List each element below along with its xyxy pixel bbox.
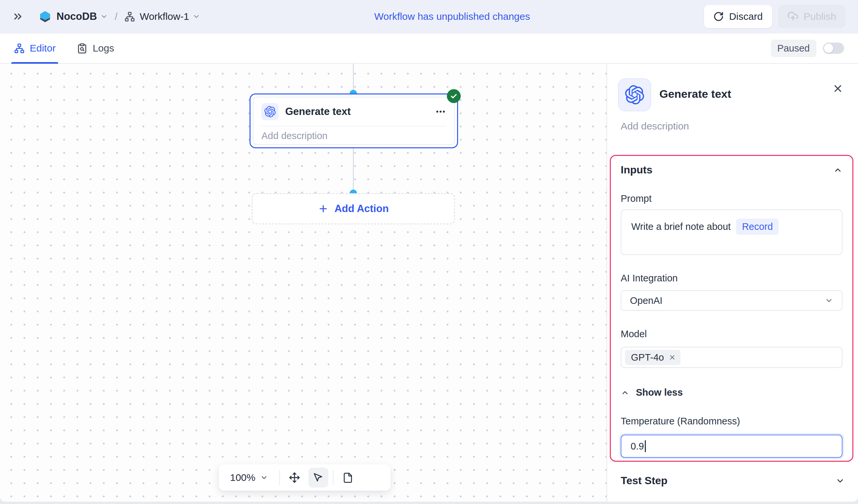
app-window: NocoDB / Workflow-1 Workflow has unpubli…	[0, 0, 858, 502]
inputs-section-header[interactable]: Inputs	[621, 164, 842, 176]
close-icon	[832, 83, 843, 94]
node-generate-text[interactable]: Generate text Add description	[250, 94, 458, 148]
panel-description-placeholder[interactable]: Add description	[621, 120, 689, 132]
discard-label: Discard	[729, 11, 763, 22]
refresh-icon	[713, 11, 724, 22]
nocodb-logo-icon	[39, 11, 51, 23]
prompt-text: Write a brief note about	[631, 221, 731, 232]
chevron-down-icon[interactable]	[192, 13, 200, 20]
inputs-section: Inputs Prompt Write a brief note aboutRe…	[610, 155, 853, 462]
node-description-placeholder[interactable]: Add description	[254, 127, 454, 141]
tab-logs[interactable]: Logs	[77, 33, 114, 63]
unpublished-changes-status: Workflow has unpublished changes	[200, 11, 704, 22]
model-chip: GPT-4o	[625, 350, 681, 365]
move-icon	[289, 472, 300, 483]
chevron-down-icon[interactable]	[100, 13, 108, 20]
toolbar-divider	[333, 470, 333, 485]
chevrons-right-icon	[12, 11, 24, 22]
node-title: Generate text	[285, 106, 351, 118]
toolbar-divider	[279, 470, 280, 485]
workflow-icon	[124, 11, 135, 22]
chevron-down-icon	[260, 474, 268, 482]
chevron-down-icon	[836, 476, 845, 486]
publish-label: Publish	[804, 11, 836, 22]
show-less-button[interactable]: Show less	[621, 387, 842, 398]
chevron-up-icon	[621, 388, 629, 397]
mouse-pointer-icon	[313, 472, 324, 483]
collapse-sidebar-button[interactable]	[10, 9, 26, 25]
select-tool-button[interactable]	[308, 468, 328, 487]
ai-integration-label: AI Integration	[621, 273, 842, 284]
record-field-chip[interactable]: Record	[736, 218, 779, 235]
temperature-label: Temperature (Randomness)	[621, 416, 842, 427]
paused-toggle[interactable]	[823, 43, 844, 54]
tab-editor-label: Editor	[30, 43, 55, 54]
test-step-section-header[interactable]: Test Step	[621, 475, 845, 487]
test-step-title: Test Step	[621, 475, 668, 487]
model-label: Model	[621, 329, 842, 340]
main-area: Generate text Add description Add Action…	[0, 64, 858, 502]
chevron-down-icon	[825, 296, 833, 305]
ai-integration-value: OpenAI	[630, 295, 662, 306]
topbar: NocoDB / Workflow-1 Workflow has unpubli…	[0, 0, 858, 33]
breadcrumb-app-name[interactable]: NocoDB	[57, 11, 97, 22]
discard-button[interactable]: Discard	[704, 5, 772, 28]
model-select[interactable]: GPT-4o	[621, 347, 842, 368]
openai-icon	[618, 78, 651, 111]
pan-tool-button[interactable]	[285, 468, 304, 487]
ellipsis-menu-icon[interactable]	[435, 106, 446, 117]
pause-controls: Paused	[771, 39, 844, 57]
toggle-knob	[824, 44, 833, 53]
notes-tool-button[interactable]	[338, 468, 358, 487]
plus-icon	[318, 204, 329, 214]
workflow-canvas[interactable]: Generate text Add description Add Action…	[0, 64, 607, 502]
zoom-level-dropdown[interactable]: 100%	[221, 472, 276, 483]
model-chip-label: GPT-4o	[631, 352, 664, 363]
paused-label: Paused	[771, 39, 816, 57]
connector-line	[353, 64, 354, 94]
temperature-value: 0.9	[631, 441, 644, 452]
tab-editor[interactable]: Editor	[14, 33, 55, 63]
sitemap-icon	[14, 43, 25, 54]
breadcrumb: NocoDB / Workflow-1	[10, 9, 200, 25]
remove-model-icon[interactable]	[669, 354, 676, 361]
canvas-toolbar: 100%	[219, 465, 391, 491]
add-action-button[interactable]: Add Action	[252, 193, 455, 224]
cloud-upload-icon	[787, 11, 798, 22]
tab-logs-label: Logs	[93, 43, 114, 54]
publish-button[interactable]: Publish	[778, 5, 845, 28]
prompt-input[interactable]: Write a brief note aboutRecord	[621, 209, 842, 255]
openai-icon	[261, 103, 279, 120]
check-icon	[450, 92, 458, 100]
chevron-up-icon	[833, 165, 842, 175]
node-config-panel: Generate text Add description Inputs Pro…	[607, 64, 858, 502]
inputs-section-title: Inputs	[621, 164, 652, 176]
temperature-input[interactable]: 0.9	[621, 435, 842, 458]
panel-title: Generate text	[660, 87, 731, 100]
ai-integration-select[interactable]: OpenAI	[621, 290, 842, 311]
clipboard-search-icon	[77, 43, 88, 54]
topbar-actions: Discard Publish	[704, 5, 845, 28]
view-tabbar: Editor Logs Paused	[0, 33, 858, 64]
node-success-badge	[447, 89, 461, 103]
file-icon	[343, 472, 353, 483]
add-action-label: Add Action	[334, 203, 389, 215]
text-cursor	[645, 440, 646, 452]
show-less-label: Show less	[636, 387, 683, 398]
node-title-row: Generate text	[254, 97, 454, 126]
prompt-label: Prompt	[621, 193, 842, 204]
breadcrumb-separator: /	[115, 11, 117, 22]
close-panel-button[interactable]	[830, 81, 845, 96]
breadcrumb-workflow-name[interactable]: Workflow-1	[140, 11, 189, 22]
node-card: Generate text Add description	[253, 97, 455, 145]
zoom-level-value: 100%	[230, 472, 255, 483]
connector-line	[353, 148, 354, 193]
